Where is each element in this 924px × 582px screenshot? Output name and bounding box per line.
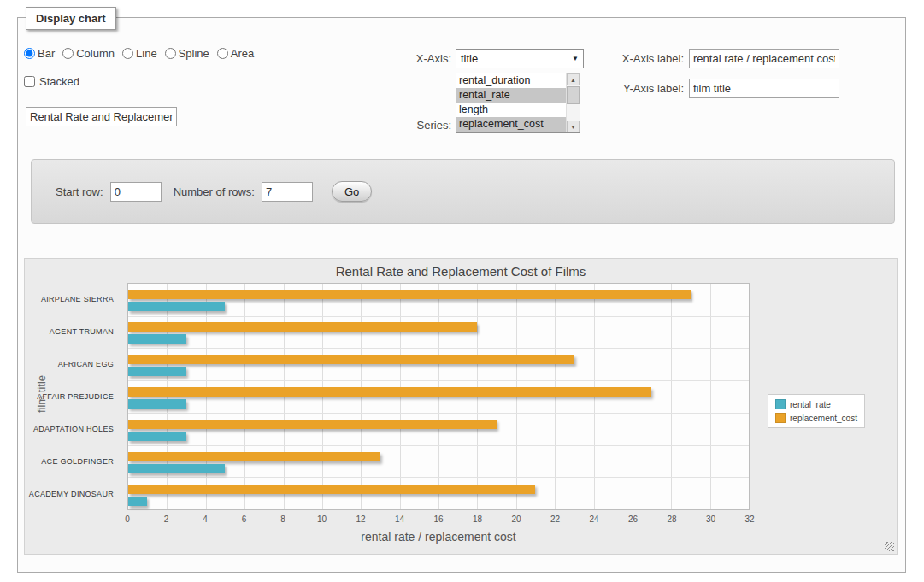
category-label: AGENT TRUMAN: [25, 315, 121, 348]
start-row-label: Start row:: [56, 185, 103, 198]
chart-type-radio-group: BarColumnLineSplineArea: [24, 47, 254, 60]
legend-item-rental-rate: rental_rate: [775, 399, 857, 409]
gridline-vertical: [322, 284, 323, 509]
x-tick-label: 22: [550, 514, 560, 524]
bar-rental-rate: [128, 334, 186, 344]
scrollbar-thumb[interactable]: [567, 86, 580, 104]
chart-type-radio-column[interactable]: [62, 48, 74, 59]
scroll-down-icon[interactable]: ▼: [567, 121, 580, 132]
chart-type-label-line: Line: [136, 47, 157, 60]
x-axis-ticks: 02468101214161820222426283032: [127, 514, 750, 525]
category-label: AFRICAN EGG: [25, 348, 121, 380]
chart-x-axis-title: rental rate / replacement cost: [127, 530, 750, 544]
x-axis-select[interactable]: title ▼: [456, 49, 584, 68]
series-multiselect[interactable]: rental_durationrental_ratelengthreplacem…: [456, 73, 580, 133]
x-axis-selected-value: title: [461, 52, 478, 65]
number-of-rows-input[interactable]: [262, 182, 313, 202]
go-button[interactable]: Go: [332, 181, 372, 202]
gridline-vertical: [671, 284, 672, 509]
gridline-horizontal: [128, 477, 749, 478]
chart-container: Rental Rate and Replacement Cost of Film…: [24, 258, 898, 555]
gridline-horizontal: [128, 380, 749, 381]
legend-label: rental_rate: [790, 400, 831, 409]
series-option-rental-rate[interactable]: rental_rate: [456, 88, 566, 103]
chart-type-label-column: Column: [76, 47, 115, 60]
resize-handle-icon[interactable]: [885, 542, 894, 551]
gridline-vertical: [361, 284, 362, 509]
bar-rental-rate: [128, 497, 147, 506]
category-label: AFFAIR PREJUDICE: [25, 380, 121, 413]
gridline-vertical: [477, 284, 478, 509]
legend-swatch: [775, 413, 786, 423]
series-option-replacement-cost[interactable]: replacement_cost: [456, 117, 566, 132]
x-axis-label: X-Axis:: [368, 52, 451, 66]
x-tick-label: 8: [280, 514, 285, 524]
x-tick-label: 14: [395, 514, 404, 524]
gridline-vertical: [438, 284, 439, 509]
category-label: ACE GOLDFINGER: [25, 445, 121, 478]
chart-type-label-bar: Bar: [38, 47, 55, 60]
scroll-up-icon[interactable]: ▲: [567, 73, 580, 85]
plot-area: [127, 283, 750, 510]
y-axis-label-input[interactable]: [689, 79, 839, 98]
x-tick-label: 16: [433, 514, 443, 524]
series-option-rental-duration[interactable]: rental_duration: [456, 73, 566, 88]
legend-item-replacement-cost: replacement_cost: [775, 413, 857, 423]
chart-type-option-area[interactable]: Area: [217, 47, 254, 60]
chart-type-option-column[interactable]: Column: [62, 47, 115, 60]
x-tick-label: 12: [356, 514, 365, 524]
x-tick-label: 10: [317, 514, 327, 524]
legend-label: replacement_cost: [790, 414, 857, 423]
y-axis-label-caption: Y-Axis label:: [590, 82, 684, 96]
display-chart-page: Display chart BarColumnLineSplineArea St…: [0, 0, 924, 582]
x-tick-label: 18: [473, 514, 482, 524]
chart-type-label-area: Area: [231, 47, 254, 60]
chart-type-radio-area[interactable]: [217, 48, 228, 59]
category-axis-labels: AIRPLANE SIERRAAGENT TRUMANAFRICAN EGGAF…: [25, 283, 121, 510]
x-axis-label-input[interactable]: [689, 49, 839, 68]
series-option-length[interactable]: length: [456, 103, 566, 117]
series-scrollbar[interactable]: ▲ ▼: [566, 73, 580, 132]
gridline-horizontal: [128, 348, 749, 349]
chart-legend: rental_ratereplacement_cost: [768, 394, 865, 428]
row-range-panel: Start row: Number of rows: Go: [31, 159, 895, 224]
gridline-horizontal: [128, 316, 749, 317]
chart-type-radio-bar[interactable]: [24, 48, 35, 59]
chart-type-radio-spline[interactable]: [165, 48, 176, 59]
bar-replacement-cost: [128, 452, 380, 461]
chart-type-option-line[interactable]: Line: [122, 47, 157, 60]
category-label: ACADEMY DINOSAUR: [25, 478, 121, 510]
gridline-vertical: [594, 284, 595, 509]
x-tick-label: 0: [125, 514, 130, 524]
x-tick-label: 24: [589, 514, 598, 524]
gridline-vertical: [516, 284, 517, 509]
x-tick-label: 20: [511, 514, 521, 524]
chart-type-radio-line[interactable]: [122, 48, 133, 59]
stacked-option[interactable]: Stacked: [24, 75, 79, 88]
x-axis-label-caption: X-Axis label:: [590, 52, 684, 66]
start-row-input[interactable]: [110, 182, 162, 202]
bar-rental-rate: [128, 399, 186, 409]
chart-type-option-spline[interactable]: Spline: [165, 47, 209, 60]
chevron-down-icon: ▼: [572, 55, 579, 62]
category-label: AIRPLANE SIERRA: [25, 283, 121, 315]
gridline-horizontal: [128, 413, 749, 414]
x-tick-label: 32: [744, 514, 754, 524]
bar-replacement-cost: [128, 290, 691, 299]
bar-rental-rate: [128, 432, 186, 441]
bar-rental-rate: [128, 302, 225, 311]
bar-replacement-cost: [128, 387, 651, 397]
gridline-vertical: [206, 284, 207, 509]
bar-replacement-cost: [128, 485, 535, 494]
chart-type-option-bar[interactable]: Bar: [24, 47, 55, 60]
gridline-vertical: [710, 284, 711, 509]
gridline-horizontal: [128, 445, 749, 446]
x-tick-label: 28: [667, 514, 676, 524]
gridline-vertical: [244, 284, 245, 509]
stacked-checkbox[interactable]: [24, 76, 35, 87]
series-options: rental_durationrental_ratelengthreplacem…: [456, 73, 566, 132]
gridline-vertical: [555, 284, 556, 509]
stacked-label: Stacked: [39, 75, 79, 88]
x-tick-label: 2: [164, 514, 169, 524]
chart-title-input[interactable]: [26, 107, 177, 126]
